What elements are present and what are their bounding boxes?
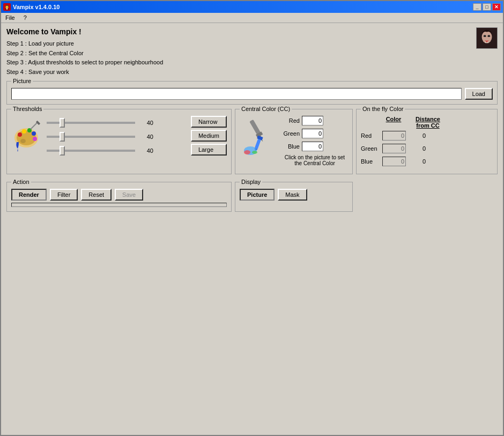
app-window: 🧛 Vampix v1.4.0.10 _ □ ✕ File ? Welcome … <box>0 0 504 436</box>
cc-inner: Red Green Blue Click on the picture <box>240 116 348 166</box>
cc-green-label: Green <box>281 130 300 137</box>
cc-hint-text: Click on the picture to setthe Central C… <box>285 154 345 166</box>
picture-path-input[interactable] <box>11 88 462 100</box>
otf-distance-header: Distance from CC <box>409 116 447 129</box>
svg-point-9 <box>32 131 36 136</box>
step4: Step 4 : Save your work <box>6 68 163 77</box>
cc-green-row: Green <box>281 129 348 138</box>
sliders-area: 40 40 40 <box>47 116 186 156</box>
step1: Step 1 : Load your picture <box>6 39 163 49</box>
action-buttons: Render Filter Reset Save <box>11 189 227 201</box>
svg-point-10 <box>33 137 37 141</box>
action-group: Action Render Filter Reset Save <box>6 182 232 212</box>
load-button[interactable]: Load <box>465 88 493 100</box>
central-color-group: Central Color (CC) <box>235 109 353 174</box>
app-icon <box>476 27 498 49</box>
menu-bar: File ? <box>1 13 503 23</box>
otf-blue-input[interactable] <box>382 157 406 166</box>
svg-point-3 <box>487 35 490 37</box>
display-buttons: Picture Mask <box>240 189 348 201</box>
cc-blue-label: Blue <box>281 143 300 150</box>
thresholds-group: Thresholds <box>6 109 232 174</box>
svg-point-20 <box>252 151 257 154</box>
cc-fields: Red Green Blue Click on the picture <box>281 116 348 166</box>
reset-button[interactable]: Reset <box>81 189 112 201</box>
cc-icon-area <box>240 116 277 159</box>
render-button[interactable]: Render <box>11 189 47 201</box>
cc-red-input[interactable] <box>302 116 323 125</box>
title-bar: 🧛 Vampix v1.4.0.10 _ □ ✕ <box>1 1 503 13</box>
step3: Step 3 : Adjust thresholds to select to … <box>6 58 163 68</box>
main-content: Welcome to Vampix ! Step 1 : Load your p… <box>1 23 503 435</box>
threshold-value-2: 40 <box>138 134 153 140</box>
cc-preview <box>240 116 277 166</box>
mask-button[interactable]: Mask <box>278 189 307 201</box>
filter-button[interactable]: Filter <box>50 189 78 201</box>
svg-point-7 <box>22 129 26 134</box>
picture-group: Picture Load <box>6 81 498 105</box>
step2: Step 2 : Set the Central Color <box>6 49 163 58</box>
medium-button[interactable]: Medium <box>191 130 227 142</box>
welcome-text: Welcome to Vampix ! Step 1 : Load your p… <box>6 27 163 77</box>
svg-point-11 <box>20 139 26 143</box>
save-button[interactable]: Save <box>115 189 143 201</box>
minimize-button[interactable]: _ <box>473 3 481 11</box>
threshold-buttons: Narrow Medium Large <box>191 116 227 156</box>
threshold-slider-3[interactable] <box>47 150 135 152</box>
threshold-slider-1[interactable] <box>47 122 135 124</box>
slider-3-container <box>47 146 135 156</box>
cc-blue-row: Blue <box>281 142 348 151</box>
otf-blue-label: Blue <box>361 158 380 165</box>
display-label: Display <box>240 179 262 185</box>
threshold-value-1: 40 <box>138 120 153 126</box>
slider-2-container <box>47 132 135 142</box>
threshold-value-3: 40 <box>138 147 153 154</box>
cc-red-row: Red <box>281 116 348 125</box>
picture-group-content: Load <box>11 88 493 100</box>
otf-label: On the fly Color <box>361 106 405 112</box>
narrow-button[interactable]: Narrow <box>191 116 227 128</box>
welcome-heading: Welcome to Vampix ! <box>6 27 163 36</box>
bottom-panels: Action Render Filter Reset Save Display … <box>6 182 498 216</box>
otf-red-distance: 0 <box>408 132 440 139</box>
slider-row-3: 40 <box>47 146 186 156</box>
app-title-icon: 🧛 <box>3 3 11 11</box>
otf-red-label: Red <box>361 132 380 139</box>
maximize-button[interactable]: □ <box>483 3 491 11</box>
close-button[interactable]: ✕ <box>492 3 501 11</box>
otf-blue-row: Blue 0 <box>361 157 493 166</box>
thresholds-label: Thresholds <box>11 106 43 112</box>
palette-icon <box>11 120 43 152</box>
svg-point-2 <box>484 35 486 37</box>
menu-help[interactable]: ? <box>21 14 29 21</box>
action-label: Action <box>11 179 31 185</box>
otf-table: Color Distance from CC Red 0 Green 0 <box>361 116 493 166</box>
slider-row-1: 40 <box>47 118 186 128</box>
otf-green-input[interactable] <box>382 144 406 153</box>
picture-button[interactable]: Picture <box>240 189 275 201</box>
menu-file[interactable]: File <box>3 14 17 21</box>
threshold-slider-2[interactable] <box>47 136 135 138</box>
cc-red-label: Red <box>281 117 300 124</box>
large-button[interactable]: Large <box>191 144 227 156</box>
slider-1-container <box>47 118 135 128</box>
welcome-section: Welcome to Vampix ! Step 1 : Load your p… <box>6 27 498 77</box>
window-title: Vampix v1.4.0.10 <box>13 4 60 10</box>
slider-row-2: 40 <box>47 132 186 142</box>
otf-red-input[interactable] <box>382 131 406 141</box>
display-group: Display Picture Mask <box>235 182 353 212</box>
otf-red-row: Red 0 <box>361 131 493 141</box>
svg-point-6 <box>18 132 22 137</box>
svg-point-19 <box>244 150 250 154</box>
otf-header-row: Color Distance from CC <box>361 116 493 129</box>
title-bar-buttons: _ □ ✕ <box>473 3 501 11</box>
otf-green-label: Green <box>361 145 380 152</box>
otf-green-row: Green 0 <box>361 144 493 153</box>
otf-green-distance: 0 <box>408 145 440 152</box>
otf-color-header: Color <box>380 116 407 129</box>
cc-blue-input[interactable] <box>302 142 323 151</box>
cc-green-input[interactable] <box>302 129 323 138</box>
picture-group-label: Picture <box>11 78 33 84</box>
cc-label: Central Color (CC) <box>240 106 292 112</box>
cc-hint: Click on the picture to setthe Central C… <box>281 154 348 166</box>
